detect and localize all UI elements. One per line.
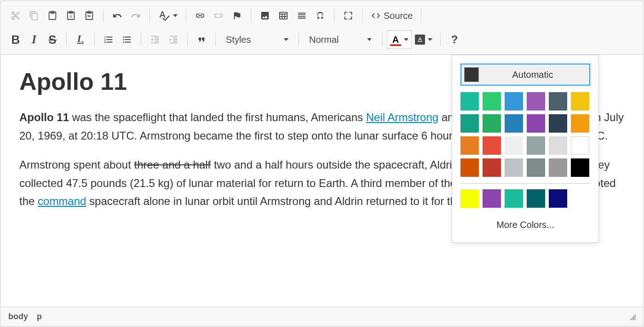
paste-word-button[interactable] bbox=[80, 6, 98, 25]
color-swatch[interactable] bbox=[460, 92, 479, 111]
color-swatch[interactable] bbox=[505, 92, 523, 111]
numbered-list-button[interactable] bbox=[99, 30, 118, 49]
remove-format-button[interactable]: Ix bbox=[71, 30, 90, 49]
anchor-button[interactable] bbox=[228, 6, 246, 25]
editor: Source B I S Ix bbox=[0, 0, 644, 327]
color-swatch[interactable] bbox=[505, 114, 523, 133]
color-swatch[interactable] bbox=[571, 114, 589, 133]
path-body[interactable]: body bbox=[8, 312, 28, 321]
color-grid bbox=[460, 92, 590, 177]
caret-down-icon bbox=[367, 38, 372, 41]
color-swatch[interactable] bbox=[527, 136, 545, 155]
p2-strike: three and a half bbox=[134, 158, 211, 171]
toolbar-row-2: B I S Ix Styles bbox=[5, 28, 639, 52]
bg-color-button[interactable] bbox=[412, 30, 436, 49]
styles-combo[interactable]: Styles bbox=[220, 30, 294, 49]
unlink-button[interactable] bbox=[209, 6, 228, 25]
spellcheck-button[interactable] bbox=[155, 6, 181, 25]
color-swatch[interactable] bbox=[483, 158, 501, 177]
recent-colors-row bbox=[460, 189, 590, 208]
path-p[interactable]: p bbox=[37, 312, 42, 321]
bullet-list-button[interactable] bbox=[118, 30, 136, 49]
content-area[interactable]: Apollo 11 Apollo 11 was the spaceflight … bbox=[1, 55, 643, 307]
color-swatch[interactable] bbox=[571, 136, 589, 155]
color-picker-panel: Automatic More Colors... bbox=[452, 55, 599, 243]
format-label: Normal bbox=[309, 35, 339, 45]
automatic-label: Automatic bbox=[479, 70, 586, 80]
horizontal-rule-button[interactable] bbox=[293, 6, 311, 25]
recent-color-swatch[interactable] bbox=[483, 189, 501, 208]
color-swatch[interactable] bbox=[505, 136, 523, 155]
color-swatch[interactable] bbox=[549, 136, 567, 155]
indent-button[interactable] bbox=[164, 30, 183, 49]
elements-path: body p bbox=[8, 312, 48, 321]
strike-button[interactable]: S bbox=[43, 30, 62, 49]
color-swatch[interactable] bbox=[460, 114, 479, 133]
cut-button[interactable] bbox=[6, 6, 25, 25]
special-char-button[interactable] bbox=[311, 6, 329, 25]
table-button[interactable] bbox=[274, 6, 293, 25]
color-swatch[interactable] bbox=[549, 92, 567, 111]
color-swatch[interactable] bbox=[571, 92, 589, 111]
color-swatch[interactable] bbox=[527, 158, 545, 177]
color-swatch[interactable] bbox=[483, 92, 501, 111]
color-swatch[interactable] bbox=[505, 158, 523, 177]
caret-down-icon bbox=[428, 38, 432, 41]
format-combo[interactable]: Normal bbox=[304, 30, 377, 49]
image-button[interactable] bbox=[256, 6, 274, 25]
copy-button[interactable] bbox=[25, 6, 43, 25]
link-neil-armstrong[interactable]: Neil Armstrong bbox=[366, 111, 438, 123]
about-button[interactable]: ? bbox=[445, 30, 464, 49]
maximize-button[interactable] bbox=[339, 6, 357, 25]
source-button[interactable]: Source bbox=[367, 6, 416, 25]
text-color-button[interactable]: A bbox=[387, 30, 412, 49]
automatic-swatch bbox=[464, 67, 479, 82]
recent-color-swatch[interactable] bbox=[527, 189, 545, 208]
toolbar-row-1: Source bbox=[5, 4, 639, 28]
p1-strong: Apollo 11 bbox=[19, 111, 69, 123]
outdent-button[interactable] bbox=[146, 30, 164, 49]
color-swatch[interactable] bbox=[549, 114, 567, 133]
color-swatch[interactable] bbox=[483, 136, 501, 155]
link-command[interactable]: command bbox=[38, 195, 86, 207]
caret-down-icon bbox=[284, 38, 288, 41]
bold-button[interactable]: B bbox=[6, 30, 25, 49]
more-colors-button[interactable]: More Colors... bbox=[460, 216, 590, 234]
paste-text-button[interactable] bbox=[62, 6, 80, 25]
automatic-color-button[interactable]: Automatic bbox=[460, 64, 590, 86]
styles-label: Styles bbox=[226, 35, 251, 45]
color-swatch[interactable] bbox=[527, 114, 545, 133]
color-swatch[interactable] bbox=[549, 158, 567, 177]
recent-color-swatch[interactable] bbox=[549, 189, 567, 208]
source-label: Source bbox=[384, 11, 413, 21]
redo-button[interactable] bbox=[126, 6, 145, 25]
panel-separator bbox=[460, 183, 590, 184]
italic-button[interactable]: I bbox=[25, 30, 43, 49]
resize-grip[interactable] bbox=[629, 314, 636, 320]
color-swatch[interactable] bbox=[527, 92, 545, 111]
status-bar: body p bbox=[1, 307, 643, 326]
color-swatch[interactable] bbox=[571, 158, 589, 177]
color-swatch[interactable] bbox=[460, 136, 479, 155]
link-button[interactable] bbox=[191, 6, 209, 25]
color-swatch[interactable] bbox=[483, 114, 501, 133]
color-swatch[interactable] bbox=[460, 158, 479, 177]
blockquote-button[interactable] bbox=[192, 30, 211, 49]
undo-button[interactable] bbox=[108, 6, 126, 25]
toolbar: Source B I S Ix bbox=[1, 1, 643, 55]
recent-color-swatch[interactable] bbox=[460, 189, 479, 208]
caret-down-icon bbox=[404, 38, 408, 41]
recent-color-swatch[interactable] bbox=[505, 189, 523, 208]
paste-button[interactable] bbox=[43, 6, 62, 25]
